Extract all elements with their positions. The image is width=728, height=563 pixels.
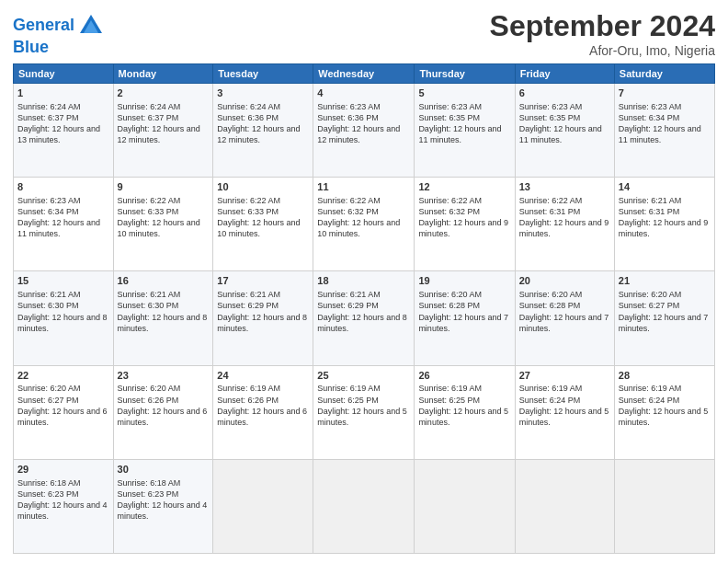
calendar-header-row: Sunday Monday Tuesday Wednesday Thursday… (14, 64, 715, 84)
daylight-text: Daylight: 12 hours and 6 minutes. (217, 407, 307, 427)
daylight-text: Daylight: 12 hours and 5 minutes. (519, 407, 609, 427)
table-row: 8Sunrise: 6:23 AMSunset: 6:34 PMDaylight… (14, 178, 114, 271)
table-row (415, 459, 515, 553)
col-wednesday: Wednesday (313, 64, 415, 84)
table-row: 30Sunrise: 6:18 AMSunset: 6:23 PMDayligh… (113, 459, 213, 553)
daylight-text: Daylight: 12 hours and 8 minutes. (17, 313, 108, 333)
daylight-text: Daylight: 12 hours and 6 minutes. (118, 407, 208, 427)
table-row: 10Sunrise: 6:22 AMSunset: 6:33 PMDayligh… (213, 178, 313, 271)
sunset-text: Sunset: 6:30 PM (17, 301, 79, 310)
daylight-text: Daylight: 12 hours and 10 minutes. (217, 218, 300, 238)
sunset-text: Sunset: 6:34 PM (17, 207, 79, 216)
sunrise-text: Sunrise: 6:20 AM (17, 384, 81, 393)
table-row: 13Sunrise: 6:22 AMSunset: 6:31 PMDayligh… (515, 178, 614, 271)
day-number: 19 (418, 274, 510, 288)
sunset-text: Sunset: 6:23 PM (118, 489, 179, 499)
calendar-week-row: 22Sunrise: 6:20 AMSunset: 6:27 PMDayligh… (14, 365, 715, 459)
daylight-text: Daylight: 12 hours and 10 minutes. (317, 218, 400, 238)
table-row: 15Sunrise: 6:21 AMSunset: 6:30 PMDayligh… (14, 271, 114, 365)
sunrise-text: Sunrise: 6:24 AM (118, 102, 181, 111)
sunset-text: Sunset: 6:32 PM (418, 207, 480, 216)
table-row: 29Sunrise: 6:18 AMSunset: 6:23 PMDayligh… (14, 459, 114, 553)
col-friday: Friday (515, 64, 614, 84)
day-number: 14 (619, 180, 711, 194)
day-number: 5 (418, 86, 510, 100)
table-row (213, 459, 313, 553)
table-row (515, 459, 614, 553)
sunrise-text: Sunrise: 6:23 AM (418, 102, 482, 111)
day-number: 18 (317, 274, 410, 288)
sunrise-text: Sunrise: 6:20 AM (619, 290, 682, 299)
sunrise-text: Sunrise: 6:22 AM (317, 196, 381, 205)
calendar-table: Sunday Monday Tuesday Wednesday Thursday… (13, 63, 715, 554)
day-number: 8 (17, 180, 109, 194)
sunset-text: Sunset: 6:31 PM (619, 207, 680, 216)
day-number: 26 (418, 369, 510, 383)
day-number: 30 (118, 463, 210, 477)
table-row: 1Sunrise: 6:24 AMSunset: 6:37 PMDaylight… (14, 84, 114, 178)
table-row: 3Sunrise: 6:24 AMSunset: 6:36 PMDaylight… (213, 84, 313, 178)
table-row: 6Sunrise: 6:23 AMSunset: 6:35 PMDaylight… (515, 84, 614, 178)
logo-icon (78, 13, 104, 39)
day-number: 7 (619, 86, 711, 100)
sunrise-text: Sunrise: 6:22 AM (519, 196, 583, 205)
sunrise-text: Sunrise: 6:18 AM (17, 478, 81, 488)
sunrise-text: Sunrise: 6:21 AM (317, 290, 381, 299)
table-row: 22Sunrise: 6:20 AMSunset: 6:27 PMDayligh… (14, 365, 114, 459)
sunrise-text: Sunrise: 6:21 AM (17, 290, 81, 299)
sunrise-text: Sunrise: 6:22 AM (418, 196, 482, 205)
sunset-text: Sunset: 6:23 PM (17, 489, 79, 499)
day-number: 16 (118, 274, 210, 288)
day-number: 28 (619, 369, 711, 383)
sunset-text: Sunset: 6:28 PM (519, 301, 581, 310)
calendar-week-row: 15Sunrise: 6:21 AMSunset: 6:30 PMDayligh… (14, 271, 715, 365)
daylight-text: Daylight: 12 hours and 10 minutes. (118, 218, 200, 238)
daylight-text: Daylight: 12 hours and 8 minutes. (118, 313, 208, 333)
sunset-text: Sunset: 6:25 PM (317, 396, 379, 405)
table-row: 7Sunrise: 6:23 AMSunset: 6:34 PMDaylight… (614, 84, 714, 178)
table-row: 18Sunrise: 6:21 AMSunset: 6:29 PMDayligh… (313, 271, 415, 365)
table-row: 20Sunrise: 6:20 AMSunset: 6:28 PMDayligh… (515, 271, 614, 365)
day-number: 22 (17, 369, 109, 383)
day-number: 2 (118, 86, 210, 100)
day-number: 12 (418, 180, 510, 194)
sunrise-text: Sunrise: 6:19 AM (519, 384, 583, 393)
calendar-week-row: 29Sunrise: 6:18 AMSunset: 6:23 PMDayligh… (14, 459, 715, 553)
sunset-text: Sunset: 6:33 PM (217, 207, 279, 216)
col-saturday: Saturday (614, 64, 714, 84)
daylight-text: Daylight: 12 hours and 12 minutes. (118, 124, 200, 144)
calendar-week-row: 1Sunrise: 6:24 AMSunset: 6:37 PMDaylight… (14, 84, 715, 178)
sunrise-text: Sunrise: 6:19 AM (418, 384, 482, 393)
daylight-text: Daylight: 12 hours and 11 minutes. (519, 124, 602, 144)
sunset-text: Sunset: 6:28 PM (418, 301, 480, 310)
daylight-text: Daylight: 12 hours and 12 minutes. (317, 124, 400, 144)
calendar-week-row: 8Sunrise: 6:23 AMSunset: 6:34 PMDaylight… (14, 178, 715, 271)
table-row: 21Sunrise: 6:20 AMSunset: 6:27 PMDayligh… (614, 271, 714, 365)
daylight-text: Daylight: 12 hours and 4 minutes. (17, 500, 108, 521)
daylight-text: Daylight: 12 hours and 6 minutes. (17, 407, 108, 427)
sunrise-text: Sunrise: 6:23 AM (619, 102, 682, 111)
sunset-text: Sunset: 6:26 PM (118, 396, 179, 405)
day-number: 27 (519, 369, 610, 383)
daylight-text: Daylight: 12 hours and 7 minutes. (519, 313, 609, 333)
day-number: 4 (317, 86, 410, 100)
sunset-text: Sunset: 6:32 PM (317, 207, 379, 216)
day-number: 3 (217, 86, 309, 100)
month-title: September 2024 (490, 9, 715, 43)
sunrise-text: Sunrise: 6:21 AM (118, 290, 181, 299)
daylight-text: Daylight: 12 hours and 13 minutes. (17, 124, 100, 144)
sunrise-text: Sunrise: 6:19 AM (217, 384, 280, 393)
daylight-text: Daylight: 12 hours and 5 minutes. (317, 407, 407, 427)
header: General Blue September 2024 Afor-Oru, Im… (13, 9, 715, 58)
sunrise-text: Sunrise: 6:20 AM (418, 290, 482, 299)
logo-text2: Blue (13, 38, 49, 56)
day-number: 25 (317, 369, 410, 383)
daylight-text: Daylight: 12 hours and 11 minutes. (619, 124, 701, 144)
day-number: 23 (118, 369, 210, 383)
sunset-text: Sunset: 6:34 PM (619, 113, 680, 122)
title-block: September 2024 Afor-Oru, Imo, Nigeria (490, 9, 715, 58)
sunset-text: Sunset: 6:27 PM (619, 301, 680, 310)
logo: General Blue (13, 13, 104, 57)
daylight-text: Daylight: 12 hours and 8 minutes. (217, 313, 307, 333)
sunrise-text: Sunrise: 6:22 AM (118, 196, 181, 205)
